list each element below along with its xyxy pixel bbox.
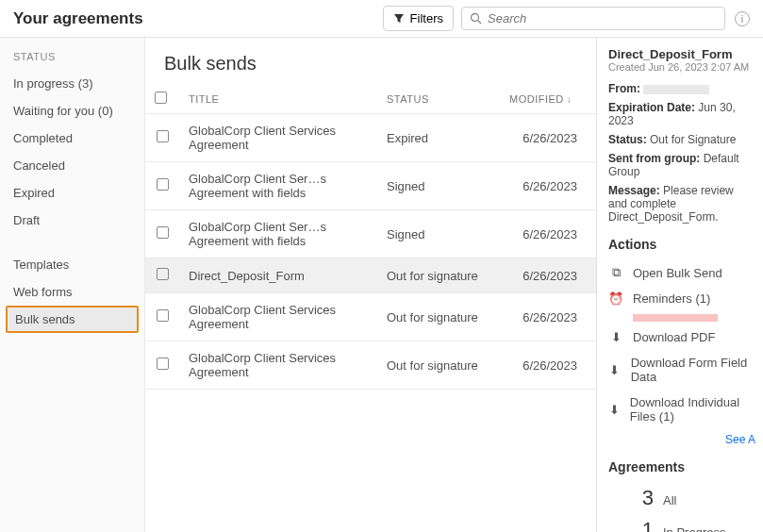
table-row[interactable]: GlobalCorp Client Services AgreementExpi…	[145, 114, 596, 162]
agreement-stat[interactable]: 1In Progress	[608, 514, 755, 532]
sidebar: STATUS In progress (3) Waiting for you (…	[0, 38, 145, 532]
detail-panel: Direct_Deposit_Form Created Jun 26, 2023…	[597, 38, 763, 532]
action-label: Reminders (1)	[633, 291, 710, 306]
filters-button[interactable]: Filters	[383, 6, 454, 31]
action-download-fields[interactable]: ⬇Download Form Field Data	[608, 350, 755, 390]
detail-from: From:	[608, 82, 755, 95]
detail-group: Sent from group: Default Group	[608, 152, 755, 178]
row-title: GlobalCorp Client Services Agreement	[179, 114, 377, 162]
agreement-stat[interactable]: 3All	[608, 482, 755, 514]
row-title: Direct_Deposit_Form	[179, 258, 377, 293]
sidebar-item-completed[interactable]: Completed	[0, 125, 144, 152]
agreement-label: All	[663, 493, 676, 507]
see-all-link[interactable]: See A	[608, 433, 755, 446]
action-label: Download PDF	[633, 330, 715, 344]
filters-label: Filters	[410, 11, 443, 25]
row-modified: 6/26/2023	[500, 162, 596, 210]
row-status: Signed	[377, 210, 500, 258]
row-status: Signed	[377, 162, 500, 210]
detail-message: Message: Please review and complete Dire…	[608, 184, 755, 224]
sidebar-item-webforms[interactable]: Web forms	[0, 278, 144, 306]
svg-point-0	[472, 14, 479, 22]
col-modified[interactable]: MODIFIED↓	[500, 84, 596, 114]
row-title: GlobalCorp Client Services Agreement	[179, 341, 377, 390]
row-checkbox[interactable]	[157, 309, 169, 322]
row-status: Out for signature	[377, 341, 500, 390]
search-input-wrap[interactable]	[461, 7, 725, 30]
row-checkbox[interactable]	[157, 226, 169, 239]
sidebar-status-heading: STATUS	[0, 51, 144, 70]
table-row[interactable]: GlobalCorp Client Services AgreementOut …	[145, 341, 596, 390]
detail-status: Status: Out for Signature	[608, 133, 755, 146]
row-checkbox[interactable]	[157, 268, 169, 280]
row-title: GlobalCorp Client Ser…s Agreement with f…	[179, 162, 377, 210]
detail-title: Direct_Deposit_Form	[608, 47, 755, 61]
row-checkbox[interactable]	[157, 178, 169, 191]
sidebar-item-templates[interactable]: Templates	[0, 251, 144, 278]
row-checkbox[interactable]	[157, 357, 169, 370]
agreement-label: In Progress	[663, 525, 725, 532]
row-status: Out for signature	[377, 293, 500, 341]
search-icon	[470, 12, 482, 25]
open-icon: ⧉	[608, 265, 623, 280]
action-open[interactable]: ⧉Open Bulk Send	[608, 259, 755, 286]
table-row[interactable]: GlobalCorp Client Ser…s Agreement with f…	[145, 210, 596, 258]
detail-expiration: Expiration Date: Jun 30, 2023	[608, 101, 755, 127]
sidebar-item-waiting[interactable]: Waiting for you (0)	[0, 97, 144, 125]
table-row[interactable]: GlobalCorp Client Services AgreementOut …	[145, 293, 596, 341]
page-title: Your agreements	[13, 9, 143, 28]
redacted-from	[643, 85, 709, 94]
row-modified: 6/26/2023	[500, 341, 596, 390]
action-download-pdf[interactable]: ⬇Download PDF	[608, 324, 755, 350]
main-heading: Bulk sends	[145, 38, 596, 84]
download-files-icon: ⬇	[608, 403, 621, 417]
agreement-count: 3	[637, 486, 654, 510]
agreements-heading: Agreements	[608, 459, 755, 474]
actions-heading: Actions	[608, 237, 755, 252]
info-icon[interactable]: i	[735, 11, 750, 26]
download-fields-icon: ⬇	[608, 363, 622, 377]
filter-icon	[393, 13, 405, 25]
topbar: Your agreements Filters i	[0, 0, 763, 38]
row-title: GlobalCorp Client Services Agreement	[179, 293, 377, 341]
row-modified: 6/26/2023	[500, 114, 596, 162]
sidebar-item-canceled[interactable]: Canceled	[0, 152, 144, 179]
sidebar-item-expired[interactable]: Expired	[0, 179, 144, 207]
agreement-count: 1	[637, 518, 654, 532]
sidebar-item-bulksends[interactable]: Bulk sends	[6, 306, 139, 333]
select-all-checkbox[interactable]	[155, 91, 167, 104]
main-panel: Bulk sends TITLE STATUS MODIFIED↓ Global…	[145, 38, 597, 532]
table-row[interactable]: Direct_Deposit_FormOut for signature6/26…	[145, 258, 596, 293]
reminders-icon: ⏰	[608, 291, 623, 306]
row-title: GlobalCorp Client Ser…s Agreement with f…	[179, 210, 377, 258]
col-status[interactable]: STATUS	[377, 84, 500, 114]
row-checkbox[interactable]	[157, 130, 169, 142]
highlight-bar	[633, 314, 718, 322]
table-row[interactable]: GlobalCorp Client Ser…s Agreement with f…	[145, 162, 596, 210]
action-reminders[interactable]: ⏰Reminders (1)	[608, 286, 755, 311]
action-label: Open Bulk Send	[633, 266, 722, 280]
row-status: Out for signature	[377, 258, 500, 293]
detail-created: Created Jun 26, 2023 2:07 AM	[608, 61, 755, 73]
action-label: Download Form Field Data	[631, 356, 755, 384]
svg-line-1	[478, 21, 482, 25]
row-modified: 6/26/2023	[500, 293, 596, 341]
download-pdf-icon: ⬇	[608, 330, 623, 344]
row-status: Expired	[377, 114, 500, 162]
sidebar-item-in-progress[interactable]: In progress (3)	[0, 70, 144, 97]
row-modified: 6/26/2023	[500, 210, 596, 258]
col-title[interactable]: TITLE	[179, 84, 377, 114]
action-label: Download Individual Files (1)	[630, 395, 755, 424]
bulk-sends-table: TITLE STATUS MODIFIED↓ GlobalCorp Client…	[145, 84, 596, 390]
sort-desc-icon: ↓	[567, 94, 572, 105]
action-download-files[interactable]: ⬇Download Individual Files (1)	[608, 390, 755, 429]
row-modified: 6/26/2023	[500, 258, 596, 293]
sidebar-item-draft[interactable]: Draft	[0, 207, 144, 234]
search-input[interactable]	[488, 11, 717, 25]
